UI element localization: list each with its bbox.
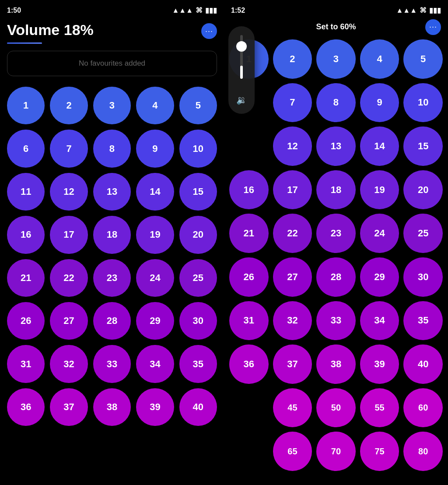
number-button-r-13[interactable]: 13 <box>316 127 356 166</box>
right-panel: 1:52 ▲▲▲ ⌘ ▮▮▮ Set to 60% ··· 1234578910… <box>224 0 448 485</box>
set-to-title: Set to 60% <box>316 22 356 32</box>
number-button-10[interactable]: 10 <box>179 130 217 167</box>
number-button-r-35[interactable]: 35 <box>403 301 443 341</box>
number-button-r-36[interactable]: 36 <box>229 344 269 384</box>
number-button-r-31[interactable]: 31 <box>229 301 269 341</box>
number-button-r-17[interactable]: 17 <box>273 170 312 210</box>
number-button-7[interactable]: 7 <box>50 130 88 167</box>
number-button-27[interactable]: 27 <box>50 302 88 340</box>
number-button-25[interactable]: 25 <box>179 259 217 297</box>
number-button-r-18[interactable]: 18 <box>316 170 356 210</box>
number-button-r-39[interactable]: 39 <box>360 344 399 384</box>
number-button-20[interactable]: 20 <box>179 216 217 253</box>
number-button-13[interactable]: 13 <box>93 173 131 211</box>
number-button-34[interactable]: 34 <box>136 345 174 383</box>
number-button-r-21[interactable]: 21 <box>229 214 269 253</box>
number-button-39[interactable]: 39 <box>136 388 174 426</box>
number-button-r-70[interactable]: 70 <box>316 432 356 471</box>
number-button-r-22[interactable]: 22 <box>273 214 312 253</box>
number-button-31[interactable]: 31 <box>7 345 45 383</box>
number-button-5[interactable]: 5 <box>179 87 217 124</box>
number-button-r-23[interactable]: 23 <box>316 214 356 253</box>
number-button-19[interactable]: 19 <box>136 216 174 253</box>
number-button-21[interactable]: 21 <box>7 259 45 297</box>
number-button-r-27[interactable]: 27 <box>273 257 312 297</box>
number-button-r-75[interactable]: 75 <box>360 432 399 471</box>
number-button-r-34[interactable]: 34 <box>360 301 399 341</box>
number-button-16[interactable]: 16 <box>7 216 45 253</box>
number-button-14[interactable]: 14 <box>136 173 174 211</box>
number-button-3[interactable]: 3 <box>93 87 131 124</box>
slider-knob[interactable] <box>236 41 247 52</box>
number-button-4[interactable]: 4 <box>136 87 174 124</box>
number-button-28[interactable]: 28 <box>93 302 131 340</box>
number-button-r-30[interactable]: 30 <box>403 257 443 297</box>
right-status-icons: ▲▲▲ ⌘ ▮▮▮ <box>396 6 441 14</box>
number-button-r-19[interactable]: 19 <box>360 170 399 210</box>
number-button-r-60[interactable]: 60 <box>403 388 443 428</box>
number-button-r-14[interactable]: 14 <box>360 127 399 166</box>
number-button-r-15[interactable]: 15 <box>403 127 443 166</box>
number-button-r-28[interactable]: 28 <box>316 257 356 297</box>
number-button-r-7[interactable]: 7 <box>273 83 312 123</box>
number-button-30[interactable]: 30 <box>179 302 217 340</box>
number-button-r-3[interactable]: 3 <box>316 39 356 79</box>
signal-icon: ▲▲▲ <box>172 7 193 14</box>
number-button-r-10[interactable]: 10 <box>403 83 443 123</box>
number-button-r-38[interactable]: 38 <box>316 344 356 384</box>
number-button-18[interactable]: 18 <box>93 216 131 253</box>
number-button-r-45[interactable]: 45 <box>273 388 312 428</box>
number-button-r-25[interactable]: 25 <box>403 214 443 253</box>
number-button-6[interactable]: 6 <box>7 130 45 167</box>
number-button-r-20[interactable]: 20 <box>403 170 443 210</box>
volume-title: Volume 18% <box>7 21 94 39</box>
number-button-r-50[interactable]: 50 <box>316 388 356 428</box>
number-button-r-26[interactable]: 26 <box>229 257 269 297</box>
number-button-r-29[interactable]: 29 <box>360 257 399 297</box>
number-button-r-4[interactable]: 4 <box>360 39 399 79</box>
number-button-40[interactable]: 40 <box>179 388 217 426</box>
number-button-r-33[interactable]: 33 <box>316 301 356 341</box>
number-button-r-24[interactable]: 24 <box>360 214 399 253</box>
number-button-r-37[interactable]: 37 <box>273 344 312 384</box>
number-button-33[interactable]: 33 <box>93 345 131 383</box>
number-button-r-9[interactable]: 9 <box>360 83 399 123</box>
number-button-36[interactable]: 36 <box>7 388 45 426</box>
number-button-12[interactable]: 12 <box>50 173 88 211</box>
number-button-11[interactable]: 11 <box>7 173 45 211</box>
no-favourites-text: No favourites added <box>79 59 145 68</box>
number-button-r-40[interactable]: 40 <box>403 344 443 384</box>
number-button-24[interactable]: 24 <box>136 259 174 297</box>
number-button-r-12[interactable]: 12 <box>273 127 312 166</box>
number-button-r-55[interactable]: 55 <box>360 388 399 428</box>
number-button-r-80[interactable]: 80 <box>403 432 443 471</box>
number-button-2[interactable]: 2 <box>50 87 88 124</box>
battery-icon: ▮▮▮ <box>205 6 217 14</box>
signal-icon-right: ▲▲▲ <box>396 7 417 14</box>
number-button-26[interactable]: 26 <box>7 302 45 340</box>
number-button-8[interactable]: 8 <box>93 130 131 167</box>
number-button-r-65[interactable]: 65 <box>273 432 312 471</box>
number-button-29[interactable]: 29 <box>136 302 174 340</box>
status-bar-left: 1:50 ▲▲▲ ⌘ ▮▮▮ <box>0 0 224 18</box>
number-button-9[interactable]: 9 <box>136 130 174 167</box>
more-button-left[interactable]: ··· <box>201 23 217 39</box>
number-button-r-32[interactable]: 32 <box>273 301 312 341</box>
number-button-37[interactable]: 37 <box>50 388 88 426</box>
number-button-32[interactable]: 32 <box>50 345 88 383</box>
number-button-1[interactable]: 1 <box>7 87 45 124</box>
number-button-23[interactable]: 23 <box>93 259 131 297</box>
number-button-15[interactable]: 15 <box>179 173 217 211</box>
volume-progress-bar <box>7 42 42 44</box>
number-button-35[interactable]: 35 <box>179 345 217 383</box>
number-button-r-2[interactable]: 2 <box>273 39 312 79</box>
number-button-r-8[interactable]: 8 <box>316 83 356 123</box>
number-button-17[interactable]: 17 <box>50 216 88 253</box>
number-button-38[interactable]: 38 <box>93 388 131 426</box>
right-grid-container: 1234578910121314151617181920212223242526… <box>224 38 448 485</box>
number-button-r-16[interactable]: 16 <box>229 170 269 210</box>
number-button-22[interactable]: 22 <box>50 259 88 297</box>
more-button-right[interactable]: ··· <box>425 19 441 35</box>
number-button-r-5[interactable]: 5 <box>403 39 443 79</box>
wifi-icon-right: ⌘ <box>420 6 427 14</box>
